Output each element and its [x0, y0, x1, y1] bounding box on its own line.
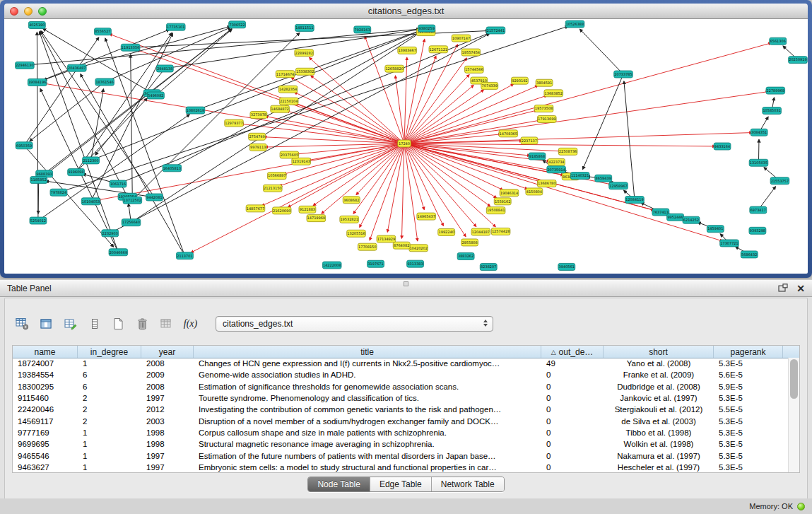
citation-edge-black[interactable]: [39, 29, 232, 180]
citation-edge-red[interactable]: [98, 144, 404, 200]
network-node-yellow[interactable]: 13683852: [544, 90, 563, 97]
network-node-teal[interactable]: 9442081: [146, 194, 163, 201]
network-node-yellow[interactable]: 21213150: [264, 185, 283, 192]
function-builder-button[interactable]: f(x): [180, 315, 201, 333]
close-window-button[interactable]: [10, 7, 18, 16]
citation-edge-red[interactable]: [404, 144, 490, 206]
network-node-yellow[interactable]: 12658820: [385, 65, 404, 72]
network-node-teal[interactable]: 1459401: [707, 226, 724, 233]
network-node-yellow[interactable]: 14857677: [246, 205, 265, 212]
network-node-yellow[interactable]: 10907147: [452, 35, 471, 42]
citation-edge-red[interactable]: [404, 90, 483, 144]
network-node-yellow[interactable]: 17134929: [377, 235, 396, 243]
network-node-yellow[interactable]: 9121883: [299, 206, 316, 213]
network-node-yellow[interactable]: 14684872: [271, 105, 290, 112]
table-row[interactable]: 911546021997Tourette syndrome. Phenomeno…: [13, 392, 789, 404]
network-node-teal[interactable]: 8238207: [480, 264, 497, 271]
network-node-teal[interactable]: 9196098: [68, 169, 85, 176]
network-node-yellow[interactable]: 15338302: [295, 68, 314, 75]
network-node-teal[interactable]: 13105035: [749, 159, 768, 166]
column-header-out_degree[interactable]: △out_de…: [541, 346, 604, 358]
scrollbar-thumb[interactable]: [790, 359, 798, 399]
network-node-teal[interactable]: 1185852: [30, 177, 47, 184]
citation-edge-black[interactable]: [624, 81, 635, 200]
network-node-yellow[interactable]: 4150804: [526, 188, 543, 195]
network-node-teal[interactable]: 22946130: [16, 62, 35, 69]
column-header-pagerank[interactable]: pagerank: [714, 346, 783, 358]
network-node-teal[interactable]: 6950359: [16, 142, 33, 149]
network-graph[interactable]: 1265882013983467128364901267112110907147…: [4, 19, 808, 274]
network-node-yellow[interactable]: 8764082: [393, 242, 410, 249]
network-node-teal[interactable]: 2112300: [83, 157, 100, 164]
network-node-yellow[interactable]: 19557454: [461, 49, 481, 56]
network-node-yellow[interactable]: 14708365: [499, 130, 518, 137]
network-node-yellow[interactable]: 1559162: [494, 198, 511, 205]
column-header-name[interactable]: name: [13, 346, 78, 358]
table-row[interactable]: 1456911722003Disruption of a novel membe…: [13, 415, 789, 426]
network-node-yellow[interactable]: 22150104: [279, 98, 298, 105]
network-node-yellow[interactable]: 17708150: [358, 243, 377, 250]
network-node-yellow[interactable]: 19573508: [534, 105, 553, 112]
network-node-teal[interactable]: 9380259: [418, 25, 435, 32]
citation-edge-red[interactable]: [404, 95, 547, 144]
network-node-teal[interactable]: 20735914: [547, 166, 566, 173]
network-node-yellow[interactable]: 2754749: [249, 133, 266, 140]
citation-edge-black[interactable]: [24, 37, 99, 146]
citation-edge-black[interactable]: [41, 31, 154, 197]
network-node-teal[interactable]: 12958967: [609, 182, 628, 189]
network-node-teal[interactable]: 10526388: [565, 21, 584, 28]
citation-edge-red[interactable]: [404, 75, 469, 144]
network-node-yellow[interactable]: 14965437: [417, 213, 436, 220]
tab-node-table[interactable]: Node Table: [308, 477, 370, 491]
citation-edge-black[interactable]: [38, 180, 39, 214]
network-node-yellow[interactable]: 4223734: [548, 158, 565, 165]
column-header-short[interactable]: short: [604, 346, 714, 358]
network-node-yellow[interactable]: 11714674: [276, 71, 295, 78]
network-window-titlebar[interactable]: citations_edges.txt: [4, 4, 808, 19]
network-node-teal[interactable]: 6561306: [770, 37, 787, 45]
network-node-yellow[interactable]: 19508841: [486, 207, 505, 214]
network-node-teal[interactable]: 8659439: [595, 175, 612, 182]
network-node-teal[interactable]: 9313383: [407, 260, 424, 267]
network-canvas[interactable]: 1265882013983467128364901267112110907147…: [4, 19, 808, 274]
network-node-teal[interactable]: 16405813: [163, 165, 182, 172]
select-columns-button[interactable]: [36, 315, 57, 333]
network-node-yellow[interactable]: 12319143: [292, 158, 311, 165]
network-node-teal[interactable]: 21553757: [770, 177, 789, 185]
network-node-teal[interactable]: 20046669: [109, 249, 128, 256]
network-node-teal[interactable]: 3084351: [751, 129, 767, 136]
table-row[interactable]: 969969511998Structural magnetic resonanc…: [13, 438, 789, 450]
network-node-teal[interactable]: 18761546: [95, 78, 114, 86]
network-node-yellow[interactable]: 3804591: [536, 79, 553, 86]
network-node-teal[interactable]: 11913356: [121, 44, 140, 51]
network-node-teal[interactable]: 21572441: [486, 27, 505, 34]
network-node-yellow[interactable]: 10420202: [409, 245, 428, 252]
network-node-yellow[interactable]: 13205516: [347, 230, 366, 237]
network-node-teal[interactable]: 8556527: [94, 28, 111, 35]
table-row[interactable]: 946362711997Embryonic stem cells: a mode…: [13, 462, 789, 472]
network-node-teal[interactable]: 2948138: [156, 65, 173, 72]
table-selector-combobox[interactable]: citations_edges.txt: [216, 316, 493, 332]
network-node-teal[interactable]: 20733785: [614, 71, 633, 78]
network-node-teal[interactable]: 7928163: [354, 26, 371, 33]
network-node-teal[interactable]: 10104053: [81, 198, 100, 205]
close-panel-icon[interactable]: ✕: [796, 284, 805, 293]
network-node-teal[interactable]: 3940561: [558, 263, 575, 270]
citation-edge-red[interactable]: [353, 144, 404, 214]
tab-network-table[interactable]: Network Table: [431, 477, 504, 491]
network-node-yellow[interactable]: 12979377: [225, 119, 244, 127]
network-node-teal[interactable]: 20250919: [789, 57, 808, 64]
network-node-teal[interactable]: 17256640: [122, 219, 141, 226]
network-node-yellow[interactable]: 2237137: [521, 137, 538, 144]
citation-edge-black[interactable]: [37, 30, 170, 83]
network-node-teal[interactable]: 14811511: [295, 24, 314, 31]
network-node-yellow[interactable]: 10566897: [267, 173, 286, 180]
network-node-yellow[interactable]: 21620690: [272, 207, 291, 214]
network-node-yellow[interactable]: 9293192: [511, 77, 528, 84]
network-node-teal[interactable]: 12084119: [625, 197, 645, 204]
row-tools-button[interactable]: [84, 315, 105, 333]
citation-edge-black[interactable]: [105, 28, 230, 82]
network-node-yellow[interactable]: 20375605: [280, 151, 299, 158]
network-node-yellow[interactable]: 1992240: [438, 228, 455, 235]
citation-edge-red[interactable]: [404, 144, 549, 161]
